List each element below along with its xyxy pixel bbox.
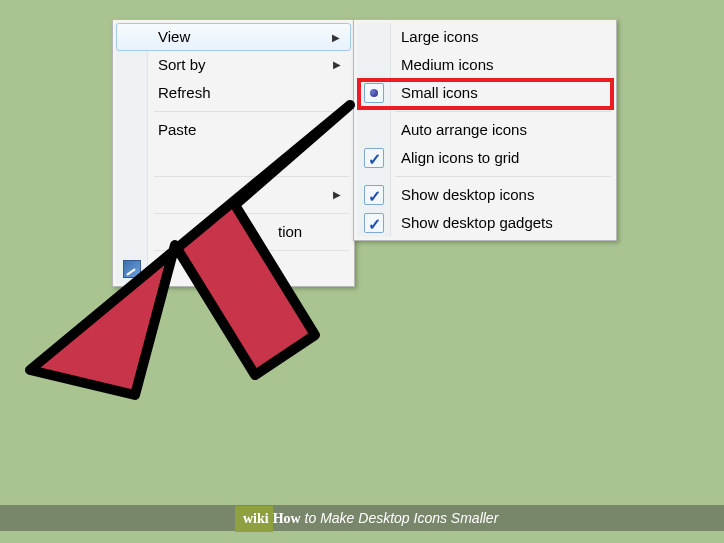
view-submenu: Large icons Medium icons Small icons Aut…	[353, 19, 617, 241]
separator	[395, 176, 611, 177]
separator	[154, 111, 349, 112]
desktop-context-menu: View ▶ Sort by ▶ Refresh Paste ▶ tion P …	[112, 19, 355, 287]
submenu-item-auto-arrange[interactable]: Auto arrange icons	[357, 116, 613, 144]
menu-label: Medium icons	[401, 56, 494, 73]
menu-label: Refresh	[158, 84, 211, 101]
menu-label: P lize	[158, 260, 236, 277]
menu-label: Show desktop gadgets	[401, 214, 553, 231]
menu-item-view[interactable]: View ▶	[116, 23, 351, 51]
separator	[395, 111, 611, 112]
chevron-right-icon: ▶	[333, 181, 341, 209]
menu-label: Show desktop icons	[401, 186, 534, 203]
separator	[154, 213, 349, 214]
menu-label: tion	[158, 223, 302, 240]
chevron-right-icon: ▶	[333, 51, 341, 79]
check-icon	[364, 148, 384, 168]
submenu-item-small-icons[interactable]: Small icons	[357, 79, 613, 107]
menu-label: Large icons	[401, 28, 479, 45]
submenu-item-large-icons[interactable]: Large icons	[357, 23, 613, 51]
submenu-item-show-desktop-icons[interactable]: Show desktop icons	[357, 181, 613, 209]
menu-item-obscured-tion[interactable]: tion	[116, 218, 351, 246]
menu-item-obscured[interactable]	[116, 144, 351, 172]
menu-item-obscured-submenu[interactable]: ▶	[116, 181, 351, 209]
menu-label: Auto arrange icons	[401, 121, 527, 138]
check-icon	[364, 213, 384, 233]
personalize-icon	[123, 260, 141, 278]
menu-item-paste[interactable]: Paste	[116, 116, 351, 144]
menu-label: Align icons to grid	[401, 149, 519, 166]
menu-item-personalize[interactable]: P lize	[116, 255, 351, 283]
menu-label: Paste	[158, 121, 196, 138]
separator	[154, 176, 349, 177]
bullet-icon	[364, 83, 384, 103]
separator	[154, 250, 349, 251]
menu-label: Small icons	[401, 84, 478, 101]
chevron-right-icon: ▶	[332, 24, 340, 52]
caption-bar: wikiHow to Make Desktop Icons Smaller	[0, 505, 724, 531]
menu-label: Sort by	[158, 56, 206, 73]
submenu-item-show-gadgets[interactable]: Show desktop gadgets	[357, 209, 613, 237]
menu-item-sort-by[interactable]: Sort by ▶	[116, 51, 351, 79]
submenu-item-align-grid[interactable]: Align icons to grid	[357, 144, 613, 172]
menu-label: View	[158, 28, 190, 45]
submenu-item-medium-icons[interactable]: Medium icons	[357, 51, 613, 79]
caption-title: to Make Desktop Icons Smaller	[301, 510, 499, 526]
brand-wiki: wiki	[235, 506, 273, 532]
check-icon	[364, 185, 384, 205]
brand-how: How	[273, 511, 301, 526]
menu-item-refresh[interactable]: Refresh	[116, 79, 351, 107]
